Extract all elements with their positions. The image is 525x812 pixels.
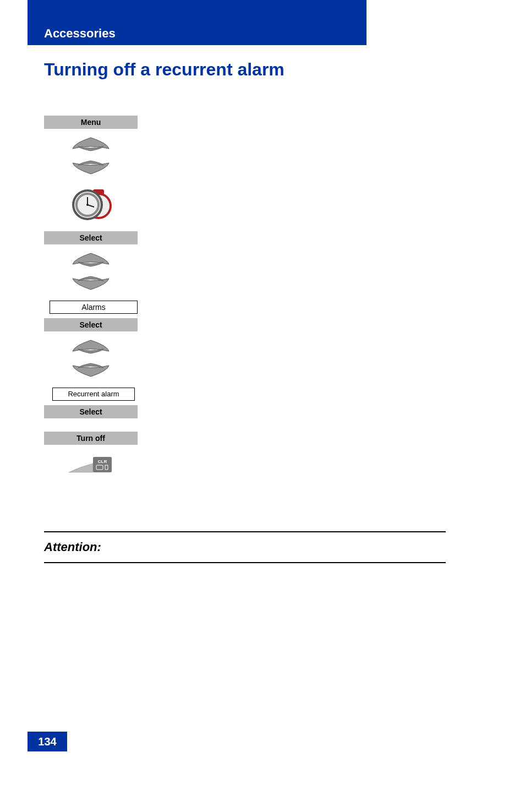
softkey-select-2: Select — [44, 318, 138, 331]
nav-up-down-icon — [44, 137, 138, 175]
page-number: 134 — [28, 732, 67, 751]
nav-up-down-icon — [44, 339, 138, 378]
clr-key-label: CLR — [98, 459, 107, 464]
clr-key-icon: CLR — [44, 456, 138, 477]
divider — [44, 562, 446, 563]
attention-block: Attention: — [44, 531, 446, 563]
nav-up-down-icon — [44, 252, 138, 291]
section-banner: Accessories — [28, 0, 367, 45]
softkey-select-3: Select — [44, 405, 138, 418]
softkey-turn-off: Turn off — [44, 432, 138, 445]
clock-alarm-icon — [44, 185, 138, 226]
section-label: Accessories — [44, 26, 116, 41]
attention-label: Attention: — [44, 532, 446, 562]
menu-item-recurrent-alarm: Recurrent alarm — [52, 388, 135, 401]
menu-item-alarms: Alarms — [50, 301, 138, 314]
svg-point-9 — [86, 204, 89, 206]
softkey-menu: Menu — [44, 116, 138, 129]
procedure-steps: Menu Select Alarm — [44, 116, 143, 477]
softkey-select-1: Select — [44, 231, 138, 244]
page-title: Turning off a recurrent alarm — [44, 59, 285, 80]
